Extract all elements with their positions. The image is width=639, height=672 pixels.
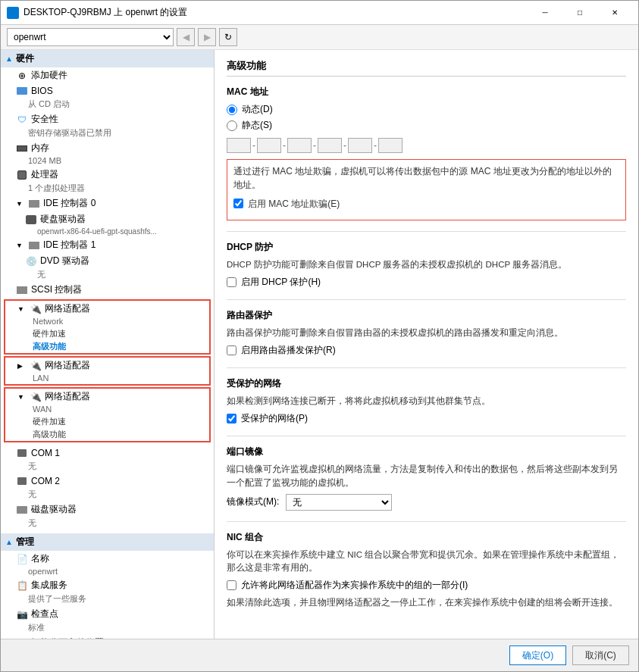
divider-1 [227, 231, 626, 232]
refresh-button[interactable]: ↻ [219, 28, 237, 46]
protected-network-section: 受保护的网络 如果检测到网络连接已断开，将将此虚拟机移动到其他群集节点。 受保护… [227, 377, 626, 425]
dvd-subtext: 无 [1, 269, 214, 282]
memory-label: 内存 [31, 142, 209, 155]
sidebar-item-hdd[interactable]: 硬盘驱动器 [1, 211, 214, 227]
sidebar-item-com2[interactable]: COM 2 [1, 474, 214, 489]
back-button[interactable]: ◀ [177, 28, 195, 46]
ide1-expand-icon[interactable]: ▼ [16, 242, 25, 249]
mac-static-radio[interactable]: 静态(S) [227, 119, 626, 132]
sidebar-item-nic-network-hw[interactable]: 硬件加速 [5, 327, 209, 340]
security-subtext: 密钥存储驱动器已禁用 [1, 127, 214, 140]
mirror-mode-select[interactable]: 无 来源 目标 服务 [286, 494, 392, 511]
mac-sep-1: - [252, 140, 255, 151]
mac-static-input[interactable] [227, 120, 237, 131]
sidebar-item-ide1[interactable]: ▼ IDE 控制器 1 [1, 237, 214, 253]
dhcp-checkbox-row[interactable]: 启用 DHCP 保护(H) [227, 276, 626, 289]
router-checkbox[interactable] [227, 345, 236, 355]
sidebar-item-disk[interactable]: 磁盘驱动器 [1, 502, 214, 517]
manage-expand-icon: ▲ [5, 538, 13, 546]
nic-lan-subtext: LAN [5, 374, 209, 384]
name-icon: 📄 [16, 553, 28, 565]
sidebar-item-nic-wan[interactable]: ▼ 🔌 网络适配器 [5, 389, 209, 405]
mac-title: MAC 地址 [227, 86, 626, 98]
name-label: 名称 [31, 552, 209, 565]
sidebar-item-cpu[interactable]: 处理器 [1, 167, 214, 183]
sidebar-item-ide0[interactable]: ▼ IDE 控制器 0 [1, 195, 214, 211]
sidebar-item-nic-network-adv[interactable]: 高级功能 [5, 340, 209, 353]
mac-sep-5: - [374, 140, 377, 151]
mac-field-1[interactable] [227, 138, 251, 153]
ide0-expand-icon[interactable]: ▼ [16, 200, 25, 208]
mac-field-5[interactable] [348, 138, 372, 153]
port-mirror-title: 端口镜像 [227, 445, 626, 458]
com1-subtext: 无 [1, 461, 214, 474]
cancel-button[interactable]: 取消(C) [572, 645, 629, 665]
protected-checkbox-row[interactable]: 受保护的网络(P) [227, 412, 626, 425]
sidebar-item-scsi[interactable]: SCSI 控制器 [1, 282, 214, 298]
close-button[interactable]: ✕ [597, 1, 632, 25]
sidebar-item-com1[interactable]: COM 1 [1, 445, 214, 461]
vm-selector[interactable]: openwrt [7, 28, 174, 46]
sidebar-item-security[interactable]: 🛡 安全性 [1, 111, 214, 127]
maximize-button[interactable]: □ [562, 1, 597, 25]
nic-network-label: 网络适配器 [45, 302, 205, 315]
manage-section-label: 管理 [16, 536, 34, 549]
sidebar-item-dvd[interactable]: 💿 DVD 驱动器 [1, 253, 214, 269]
mac-spoof-checkbox[interactable] [233, 198, 243, 208]
sidebar-item-memory[interactable]: 内存 [1, 140, 214, 156]
ide0-icon [28, 198, 40, 210]
sidebar-item-add-hardware[interactable]: ⊕ 添加硬件 [1, 67, 214, 83]
mac-section: MAC 地址 动态(D) 静态(S) - - [227, 86, 626, 220]
router-enable-label: 启用路由器播发保护(R) [241, 344, 336, 357]
sidebar-item-integration[interactable]: 📋 集成服务 [1, 577, 214, 593]
mac-field-3[interactable] [287, 138, 312, 153]
nic-wan-expand-icon[interactable]: ▼ [17, 393, 27, 401]
mac-field-4[interactable] [318, 138, 342, 153]
sidebar-item-bios[interactable]: BIOS [1, 83, 214, 98]
window-title: DESKTOP-QJ9RBMJ 上 openwrt 的设置 [23, 6, 528, 19]
forward-button[interactable]: ▶ [198, 28, 216, 46]
sidebar-item-nic-wan-hw[interactable]: 硬件加速 [5, 415, 209, 428]
hdd-icon [25, 214, 37, 226]
sidebar-item-nic-wan-adv[interactable]: 高级功能 [5, 428, 209, 441]
security-icon: 🛡 [16, 114, 28, 126]
nic-network-subtext: Network [5, 317, 209, 327]
cpu-subtext: 1 个虚拟处理器 [1, 183, 214, 195]
checkpoint-icon: 📷 [16, 608, 28, 620]
nic-team-checkbox-row[interactable]: 允许将此网络适配器作为来宾操作系统中的组的一部分(I) [227, 579, 626, 592]
nic-team-checkbox[interactable] [227, 580, 236, 590]
nic-network-expand-icon[interactable]: ▼ [17, 305, 27, 313]
titlebar: DESKTOP-QJ9RBMJ 上 openwrt 的设置 ─ □ ✕ [1, 1, 638, 25]
mac-dynamic-radio[interactable]: 动态(D) [227, 103, 626, 116]
add-hardware-label: 添加硬件 [31, 69, 209, 82]
scsi-icon [16, 284, 28, 296]
sidebar-item-name[interactable]: 📄 名称 [1, 551, 214, 567]
checkpoint-label: 检查点 [31, 608, 209, 620]
nic-team-desc2: 如果清除此选项，并且物理网络适配器之一停止工作，在来宾操作系统中创建的组将会断开… [227, 596, 626, 609]
mac-field-2[interactable] [257, 138, 281, 153]
name-subtext: openwrt [1, 567, 214, 577]
left-panel: ▲ 硬件 ⊕ 添加硬件 BIOS 从 CD 启动 🛡 安全性 密钥存储驱动 [1, 50, 215, 639]
minimize-button[interactable]: ─ [528, 1, 562, 25]
nic-wan-label: 网络适配器 [45, 390, 205, 403]
mac-spoof-checkbox-row[interactable]: 启用 MAC 地址欺骗(E) [233, 197, 619, 211]
sidebar-item-nic-network[interactable]: ▼ 🔌 网络适配器 [5, 301, 209, 317]
nic-network-group: ▼ 🔌 网络适配器 Network 硬件加速 高级功能 [4, 299, 211, 355]
router-checkbox-row[interactable]: 启用路由器播发保护(R) [227, 344, 626, 357]
mac-field-6[interactable] [378, 138, 403, 153]
sidebar-item-nic-lan[interactable]: ▶ 🔌 网络适配器 [5, 358, 209, 374]
sidebar-item-checkpoint[interactable]: 📷 检查点 [1, 606, 214, 622]
dhcp-desc: DHCP 防护功能可删除来自假冒 DHCP 服务器的未授权虚拟机的 DHCP 服… [227, 258, 626, 271]
ok-button[interactable]: 确定(O) [509, 645, 566, 665]
dhcp-checkbox[interactable] [227, 277, 236, 287]
checkpoint-subtext: 标准 [1, 622, 214, 635]
nic-lan-expand-icon[interactable]: ▶ [17, 362, 27, 370]
nic-team-title: NIC 组合 [227, 531, 626, 544]
router-title: 路由器保护 [227, 309, 626, 322]
bios-subtext: 从 CD 启动 [1, 98, 214, 111]
mac-dynamic-input[interactable] [227, 105, 237, 115]
bottom-bar: 确定(O) 取消(C) [1, 639, 638, 671]
disk-icon [16, 504, 28, 516]
section-expand-icon: ▲ [5, 55, 13, 63]
protected-checkbox[interactable] [227, 414, 236, 424]
